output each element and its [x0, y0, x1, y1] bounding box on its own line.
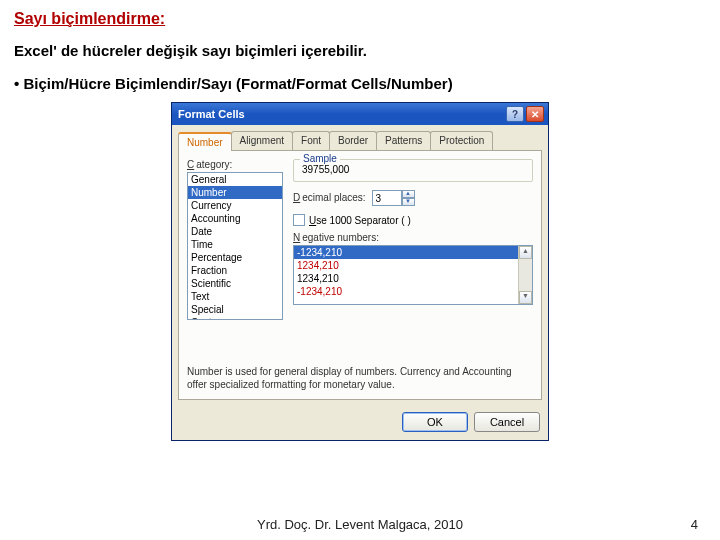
sample-group: Sample 39755,000 [293, 159, 533, 182]
checkbox-icon[interactable] [293, 214, 305, 226]
scroll-down-icon[interactable]: ▼ [519, 291, 532, 304]
list-item[interactable]: Scientific [188, 277, 282, 290]
tab-number[interactable]: Number [178, 132, 232, 151]
sample-value: 39755,000 [300, 164, 526, 175]
decimal-label: Decimal places: [293, 192, 366, 203]
dialog-titlebar[interactable]: Format Cells ? ✕ [172, 103, 548, 125]
tab-alignment[interactable]: Alignment [231, 131, 293, 150]
list-item[interactable]: Special [188, 303, 282, 316]
list-item[interactable]: -1234,210 [294, 246, 532, 259]
category-label: Category: [187, 159, 283, 170]
list-item[interactable]: Date [188, 225, 282, 238]
list-item[interactable]: 1234,210 [294, 272, 532, 285]
category-description: Number is used for general display of nu… [187, 366, 533, 391]
dialog-title: Format Cells [176, 108, 504, 120]
tab-panel-number: Category: General Number Currency Accoun… [178, 150, 542, 400]
slide-bullet: • Biçim/Hücre Biçimlendir/Sayı (Format/F… [14, 75, 706, 92]
list-item[interactable]: Percentage [188, 251, 282, 264]
list-item[interactable]: -1234,210 [294, 285, 532, 298]
list-item[interactable]: Number [188, 186, 282, 199]
spinner-up-icon[interactable]: ▲ [402, 190, 415, 198]
list-item[interactable]: Currency [188, 199, 282, 212]
close-icon[interactable]: ✕ [526, 106, 544, 122]
thousand-separator-checkbox[interactable]: Use 1000 Separator ( ) [293, 214, 533, 226]
spinner-down-icon[interactable]: ▼ [402, 198, 415, 206]
page-number: 4 [691, 517, 698, 532]
list-item[interactable]: Accounting [188, 212, 282, 225]
list-item[interactable]: Text [188, 290, 282, 303]
sample-label: Sample [300, 153, 340, 164]
help-icon[interactable]: ? [506, 106, 524, 122]
slide-subtitle: Excel' de hücreler değişik sayı biçimler… [14, 42, 706, 59]
tab-font[interactable]: Font [292, 131, 330, 150]
list-item[interactable]: Custom [188, 316, 282, 320]
tab-protection[interactable]: Protection [430, 131, 493, 150]
footer-text: Yrd. Doç. Dr. Levent Malgaca, 2010 [257, 517, 463, 532]
list-item[interactable]: 1234,210 [294, 259, 532, 272]
list-item[interactable]: Fraction [188, 264, 282, 277]
tab-patterns[interactable]: Patterns [376, 131, 431, 150]
list-item[interactable]: Time [188, 238, 282, 251]
slide-footer: Yrd. Doç. Dr. Levent Malgaca, 2010 4 [0, 517, 720, 532]
ok-button[interactable]: OK [402, 412, 468, 432]
slide-title: Sayı biçimlendirme: [14, 10, 706, 28]
tab-strip: Number Alignment Font Border Patterns Pr… [172, 125, 548, 150]
decimal-input[interactable] [372, 190, 402, 206]
scroll-up-icon[interactable]: ▲ [519, 246, 532, 259]
decimal-spinner[interactable]: ▲ ▼ [372, 190, 415, 206]
category-listbox[interactable]: General Number Currency Accounting Date … [187, 172, 283, 320]
cancel-button[interactable]: Cancel [474, 412, 540, 432]
list-item[interactable]: General [188, 173, 282, 186]
scrollbar[interactable]: ▲▼ [518, 246, 532, 304]
tab-border[interactable]: Border [329, 131, 377, 150]
format-cells-dialog: Format Cells ? ✕ Number Alignment Font B… [171, 102, 549, 441]
negative-label: Negative numbers: [293, 232, 533, 243]
checkbox-label: Use 1000 Separator ( ) [309, 215, 411, 226]
negative-numbers-listbox[interactable]: -1234,210 1234,210 1234,210 -1234,210 ▲▼ [293, 245, 533, 305]
